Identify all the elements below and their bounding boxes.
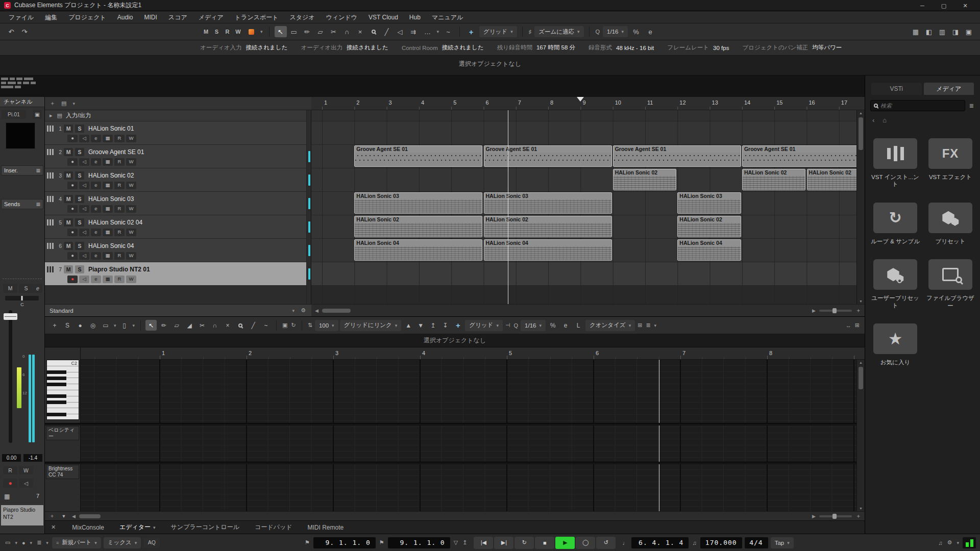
export-channel-icon[interactable]: ▣	[33, 110, 42, 119]
undo-button[interactable]: ↶	[5, 26, 17, 37]
tempo-icon[interactable]: ♫	[691, 540, 697, 546]
lane-preset-icon[interactable]: ▾	[59, 513, 68, 519]
midi-event[interactable]: HALion Sonic 02	[807, 169, 857, 190]
caret-icon[interactable]: ▾	[436, 29, 440, 34]
instrument-button[interactable]: ▦	[103, 276, 113, 283]
menu-item[interactable]: MIDI	[139, 11, 163, 23]
part-divider-icon[interactable]: ⊣	[504, 322, 511, 329]
read-automation-button[interactable]: R	[114, 182, 125, 189]
track-solo-button[interactable]: S	[75, 124, 84, 133]
read-automation-button[interactable]: R	[114, 135, 125, 142]
record-enable-button[interactable]: ●	[67, 205, 78, 213]
black-key[interactable]	[47, 370, 66, 374]
draw-tool[interactable]: ✏	[158, 320, 169, 331]
track-preset-name[interactable]: Standard	[50, 308, 74, 314]
split-tool[interactable]: ✂	[197, 320, 208, 331]
caret-icon[interactable]: ▾	[955, 540, 960, 545]
primary-time-display[interactable]: 9. 1. 1. 0	[313, 537, 376, 548]
menu-item[interactable]: 編集	[39, 11, 63, 23]
back-icon[interactable]: ‹	[872, 116, 874, 124]
scroll-down-icon[interactable]: ▼	[857, 507, 865, 510]
info-value[interactable]: 48 kHz - 16 bit	[616, 45, 654, 51]
insert-velocity-dropdown[interactable]: 100 ▾	[315, 320, 338, 331]
black-key[interactable]	[47, 394, 66, 398]
track-visibility-button[interactable]: ▤	[60, 100, 67, 107]
black-key[interactable]	[47, 413, 66, 416]
channel-solo-button[interactable]: S	[19, 284, 33, 293]
info-value[interactable]: 接続されました	[442, 44, 484, 52]
metronome-click-icon[interactable]: ♫	[937, 540, 943, 546]
monitor-button[interactable]: ◁	[79, 182, 89, 189]
media-tile-file-browser[interactable]: ファイルブラウザー	[924, 259, 976, 309]
home-icon[interactable]: ⌂	[883, 116, 887, 124]
read-automation-button[interactable]: R	[114, 205, 125, 213]
pan-control[interactable]	[5, 296, 39, 300]
instrument-button[interactable]: ▦	[103, 205, 113, 213]
info-value[interactable]: 167 時間 58 分	[536, 44, 575, 52]
time-signature-display[interactable]: 4/4	[745, 537, 768, 548]
nudge-up-icon[interactable]: ↥	[461, 539, 468, 546]
caret-icon[interactable]: ▾	[132, 323, 136, 328]
record-enable-button[interactable]: ●	[3, 479, 17, 488]
length-grid-link-dropdown[interactable]: グリッドにリンク ▾	[340, 320, 402, 331]
track-mute-button[interactable]: M	[64, 265, 73, 273]
midi-event[interactable]: HALion Sonic 03	[484, 192, 612, 214]
length-quantize-dropdown[interactable]: クオンタイズ ▾	[585, 320, 635, 331]
gear-icon[interactable]: ⚙	[946, 539, 953, 546]
channel-tab[interactable]: Pi.01	[2, 110, 26, 119]
velocity-lane-label[interactable]: ベロシティー	[46, 426, 79, 440]
retrospective-record-button[interactable]: ↺	[596, 537, 616, 549]
read-automation-button[interactable]: R	[114, 158, 125, 166]
io-folder-track[interactable]: ▸ ▤ 入力/出力	[45, 110, 306, 121]
midi-event[interactable]: HALion Sonic 03	[354, 192, 482, 214]
loop-icon[interactable]: ↻	[290, 322, 297, 329]
instrument-button[interactable]: ▦	[103, 182, 113, 189]
glue-tool[interactable]: ∩	[209, 320, 220, 331]
lower-zone-toggle[interactable]: ▥	[936, 26, 948, 37]
arrange-hscrollbar[interactable]: ◀ ▶ ＋	[311, 304, 865, 316]
fader-level-value[interactable]: 0.00	[2, 454, 21, 462]
scroll-up-icon[interactable]: ▲	[857, 111, 865, 115]
track-mute-button[interactable]: M	[64, 171, 73, 180]
menu-item[interactable]: スコア	[163, 11, 193, 23]
editor-settings-icon[interactable]: ⊞	[854, 322, 861, 329]
edit-channel-button[interactable]: e	[91, 252, 101, 260]
rack-tab[interactable]: VSTi	[871, 83, 922, 95]
note-grid[interactable]	[81, 360, 856, 511]
record-enable-button[interactable]: ●	[67, 229, 78, 236]
independent-loop-icon[interactable]: ↔	[845, 322, 852, 329]
info-value[interactable]: 接続されました	[246, 44, 288, 52]
track-row[interactable]: 3MSHALion Sonic 02●◁e▦RW	[45, 168, 306, 192]
note-icon[interactable]: ♩	[621, 540, 629, 546]
scroll-right-icon[interactable]: ▶	[811, 308, 817, 313]
record-enable-button[interactable]: ●	[67, 182, 78, 189]
menu-item[interactable]: プロジェクト	[63, 11, 112, 23]
secondary-time-display[interactable]: 9. 1. 1. 0	[388, 537, 450, 548]
media-tile-instrument[interactable]: VST インスト...ント	[869, 138, 921, 188]
edit-active-part-only[interactable]: ▯	[119, 320, 130, 331]
erase-tool[interactable]: ▱	[171, 320, 182, 331]
setup-window-layout[interactable]: ▦	[910, 26, 922, 37]
track-row[interactable]: 6MSHALion Sonic 04●◁e▦RW	[45, 239, 306, 262]
scroll-left-icon[interactable]: ◀	[314, 308, 320, 313]
expand-icon[interactable]: ▸	[48, 112, 54, 119]
punch-in-icon[interactable]: ⚑	[304, 539, 311, 546]
maximize-button[interactable]: ▢	[933, 0, 954, 11]
midi-event[interactable]: Groove Agent SE 01	[354, 145, 482, 167]
add-track-button[interactable]: ＋	[48, 99, 56, 107]
global-read-button[interactable]: R	[223, 27, 232, 37]
write-automation-button[interactable]: W	[126, 182, 136, 189]
right-zone-toggle[interactable]: ◨	[949, 26, 962, 37]
caret-icon[interactable]: ▾	[14, 540, 18, 545]
range-selection-tool[interactable]: ▭	[288, 26, 300, 37]
search-input[interactable]	[880, 103, 962, 109]
zoom-in-icon[interactable]: ＋	[854, 307, 862, 314]
scroll-right-icon[interactable]: ▶	[811, 514, 817, 519]
write-automation-button[interactable]: W	[126, 276, 136, 283]
global-mute-button[interactable]: M	[201, 27, 211, 37]
menu-item[interactable]: マニュアル	[426, 11, 469, 23]
channel-name[interactable]: Piapro Studio NT2	[1, 505, 43, 525]
velocity-stepper-icon[interactable]: ⇅	[307, 322, 313, 329]
write-automation-button[interactable]: W	[126, 205, 136, 213]
caret-icon[interactable]: ▾	[71, 101, 76, 106]
